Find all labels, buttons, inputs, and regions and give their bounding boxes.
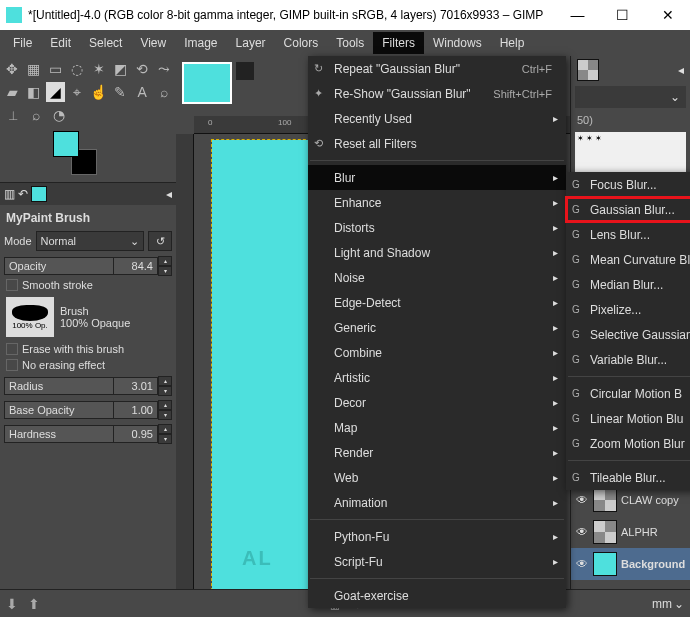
tool-transform[interactable]: ⟲ — [133, 59, 152, 79]
menu-reset[interactable]: ⟲Reset all Filters — [308, 131, 566, 156]
visibility-icon[interactable]: 👁 — [575, 493, 589, 507]
menu-colors[interactable]: Colors — [275, 32, 328, 54]
menu-file[interactable]: File — [4, 32, 41, 54]
menu-select[interactable]: Select — [80, 32, 131, 54]
erase-checkbox[interactable] — [6, 343, 18, 355]
opts-tab-color-icon[interactable] — [31, 186, 47, 202]
opacity-value[interactable]: 84.4 — [114, 257, 158, 275]
tool-move[interactable]: ✥ — [3, 59, 22, 79]
tool-bucket[interactable]: ▰ — [3, 82, 22, 102]
radius-spinner[interactable]: ▴▾ — [158, 376, 172, 396]
submenu-circular-motion-blur[interactable]: GCircular Motion B — [566, 381, 690, 406]
close-button[interactable]: ✕ — [645, 0, 690, 30]
submenu-lens-blur[interactable]: GLens Blur... — [566, 222, 690, 247]
submenu-tileable-blur[interactable]: GTileable Blur... — [566, 465, 690, 490]
menu-animation[interactable]: Animation▸ — [308, 490, 566, 515]
opacity-spinner[interactable]: ▴▾ — [158, 256, 172, 276]
submenu-selective-gaussian[interactable]: GSelective Gaussian — [566, 322, 690, 347]
menu-noise[interactable]: Noise▸ — [308, 265, 566, 290]
download-icon[interactable]: ⬇ — [6, 596, 18, 612]
mode-arrows[interactable]: ↺ — [148, 231, 172, 251]
visibility-icon[interactable]: 👁 — [575, 525, 589, 539]
menu-script-fu[interactable]: Script-Fu▸ — [308, 549, 566, 574]
tool-more[interactable]: ◔ — [49, 105, 69, 125]
tool-smudge[interactable]: ☝ — [90, 82, 109, 102]
menu-edge-detect[interactable]: Edge-Detect▸ — [308, 290, 566, 315]
menu-web[interactable]: Web▸ — [308, 465, 566, 490]
submenu-zoom-motion-blur[interactable]: GZoom Motion Blur — [566, 431, 690, 456]
menu-goat[interactable]: Goat-exercise — [308, 583, 566, 608]
image-tab[interactable] — [182, 62, 232, 104]
layer-row[interactable]: 👁 Background — [571, 548, 690, 580]
tool-mypaint[interactable]: ◢ — [46, 82, 65, 102]
menu-generic[interactable]: Generic▸ — [308, 315, 566, 340]
smooth-stroke-checkbox[interactable] — [6, 279, 18, 291]
tool-picker[interactable]: ⌕ — [154, 82, 173, 102]
menu-image[interactable]: Image — [175, 32, 226, 54]
menu-reshow[interactable]: ✦Re-Show "Gaussian Blur"Shift+Ctrl+F — [308, 81, 566, 106]
menu-help[interactable]: Help — [491, 32, 534, 54]
tool-warp[interactable]: ⤳ — [154, 59, 173, 79]
submenu-gaussian-blur[interactable]: GGaussian Blur... — [566, 197, 690, 222]
opts-tab-undo-icon[interactable]: ↶ — [18, 187, 28, 201]
tool-gradient[interactable]: ◧ — [25, 82, 44, 102]
tool-rect-select[interactable]: ▭ — [46, 59, 65, 79]
menu-combine[interactable]: Combine▸ — [308, 340, 566, 365]
submenu-pixelize[interactable]: GPixelize... — [566, 297, 690, 322]
mode-combo[interactable]: Normal⌄ — [36, 231, 144, 251]
menu-tools[interactable]: Tools — [327, 32, 373, 54]
submenu-focus-blur[interactable]: GFocus Blur... — [566, 172, 690, 197]
unit-dropdown-icon[interactable]: ⌄ — [674, 597, 684, 611]
submenu-median-blur[interactable]: GMedian Blur... — [566, 272, 690, 297]
no-erasing-checkbox[interactable] — [6, 359, 18, 371]
maximize-button[interactable]: ☐ — [600, 0, 645, 30]
menu-repeat[interactable]: ↻Repeat "Gaussian Blur"Ctrl+F — [308, 56, 566, 81]
menu-python-fu[interactable]: Python-Fu▸ — [308, 524, 566, 549]
panel-combo[interactable]: ⌄ — [575, 86, 686, 108]
menu-decor[interactable]: Decor▸ — [308, 390, 566, 415]
tool-path[interactable]: ✎ — [111, 82, 130, 102]
menu-enhance[interactable]: Enhance▸ — [308, 190, 566, 215]
menu-layer[interactable]: Layer — [227, 32, 275, 54]
base-opacity-spinner[interactable]: ▴▾ — [158, 400, 172, 420]
tool-fuzzy[interactable]: ✶ — [90, 59, 109, 79]
menu-light-shadow[interactable]: Light and Shadow▸ — [308, 240, 566, 265]
tool-align[interactable]: ▦ — [25, 59, 44, 79]
tool-clone[interactable]: ⌖ — [68, 82, 87, 102]
submenu-linear-motion-blur[interactable]: GLinear Motion Blu — [566, 406, 690, 431]
hardness-value[interactable]: 0.95 — [114, 425, 158, 443]
menu-edit[interactable]: Edit — [41, 32, 80, 54]
submenu-mean-curvature-blur[interactable]: GMean Curvature Bl — [566, 247, 690, 272]
radius-value[interactable]: 3.01 — [114, 377, 158, 395]
tab-close-icon[interactable] — [236, 62, 254, 80]
visibility-icon[interactable]: 👁 — [575, 557, 589, 571]
opts-menu-icon[interactable]: ◂ — [166, 187, 172, 201]
menu-view[interactable]: View — [131, 32, 175, 54]
minimize-button[interactable]: — — [555, 0, 600, 30]
base-opacity-value[interactable]: 1.00 — [114, 401, 158, 419]
menu-artistic[interactable]: Artistic▸ — [308, 365, 566, 390]
menu-map[interactable]: Map▸ — [308, 415, 566, 440]
hardness-spinner[interactable]: ▴▾ — [158, 424, 172, 444]
menu-recent[interactable]: Recently Used▸ — [308, 106, 566, 131]
menu-blur[interactable]: Blur▸ — [308, 165, 566, 190]
opts-tab-icon[interactable]: ▥ — [4, 187, 15, 201]
upload-icon[interactable]: ⬆ — [28, 596, 40, 612]
menu-distorts[interactable]: Distorts▸ — [308, 215, 566, 240]
tool-crop[interactable]: ◩ — [111, 59, 130, 79]
tool-text[interactable]: A — [133, 82, 152, 102]
panel-tab-icon[interactable] — [577, 59, 599, 81]
fg-color-swatch[interactable] — [53, 131, 79, 157]
submenu-variable-blur[interactable]: GVariable Blur... — [566, 347, 690, 372]
tool-measure[interactable]: ⟂ — [3, 105, 23, 125]
canvas-image[interactable]: AL — [212, 140, 310, 589]
fg-bg-colors[interactable] — [53, 131, 97, 175]
tool-zoom[interactable]: ⌕ — [26, 105, 46, 125]
tool-free-select[interactable]: ◌ — [68, 59, 87, 79]
menu-windows[interactable]: Windows — [424, 32, 491, 54]
menu-filters[interactable]: Filters — [373, 32, 424, 54]
brush-thumb[interactable]: 100% Op. — [6, 297, 54, 337]
layer-row[interactable]: 👁 ALPHR — [571, 516, 690, 548]
menu-render[interactable]: Render▸ — [308, 440, 566, 465]
panel-menu-icon[interactable]: ◂ — [678, 63, 684, 77]
